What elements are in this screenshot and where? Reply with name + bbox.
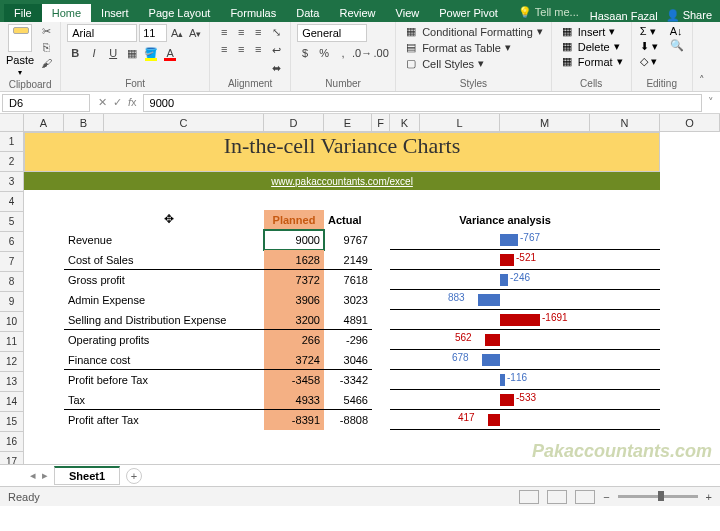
row-header[interactable]: 5: [0, 212, 23, 232]
row-header[interactable]: 11: [0, 332, 23, 352]
shrink-font-icon[interactable]: A▾: [187, 25, 203, 41]
formula-bar[interactable]: 9000: [143, 94, 702, 112]
cell[interactable]: Operating profits: [64, 330, 264, 350]
col-header[interactable]: E: [324, 114, 372, 131]
autosum-button[interactable]: Σ ▾: [638, 24, 660, 39]
cell[interactable]: Admin Expense: [64, 290, 264, 310]
cell[interactable]: Planned: [264, 210, 324, 230]
align-right-icon[interactable]: ≡: [250, 41, 266, 57]
row-header[interactable]: 13: [0, 372, 23, 392]
tab-insert[interactable]: Insert: [91, 4, 139, 22]
font-color-button[interactable]: A: [162, 45, 178, 61]
cell[interactable]: 9000: [264, 230, 324, 250]
cut-icon[interactable]: ✂: [38, 24, 54, 38]
font-size-select[interactable]: 11: [139, 24, 167, 42]
cell[interactable]: 3724: [264, 350, 324, 370]
row-header[interactable]: 15: [0, 412, 23, 432]
sheet-tab-sheet1[interactable]: Sheet1: [54, 466, 120, 485]
format-cells-button[interactable]: ▦Format ▾: [558, 54, 625, 69]
fill-color-button[interactable]: 🪣: [143, 45, 159, 61]
cell[interactable]: Variance analysis: [420, 210, 590, 230]
cell[interactable]: -3458: [264, 370, 324, 390]
zoom-out-button[interactable]: −: [603, 491, 609, 503]
subtitle-link[interactable]: www.pakaccountants.com/excel: [24, 172, 660, 190]
format-painter-icon[interactable]: 🖌: [38, 56, 54, 70]
align-middle-icon[interactable]: ≡: [233, 24, 249, 40]
wrap-text-icon[interactable]: ↩: [268, 42, 284, 58]
cell[interactable]: Profit before Tax: [64, 370, 264, 390]
cell[interactable]: -8808: [324, 410, 372, 430]
decrease-decimal-icon[interactable]: .00: [373, 45, 389, 61]
tab-file[interactable]: File: [4, 4, 42, 22]
cell[interactable]: 9767: [324, 230, 372, 250]
cell[interactable]: Tax: [64, 390, 264, 410]
row-header[interactable]: 3: [0, 172, 23, 192]
cell[interactable]: Actual: [324, 210, 372, 230]
tab-data[interactable]: Data: [286, 4, 329, 22]
next-sheet-icon[interactable]: ▸: [42, 469, 48, 482]
number-format-select[interactable]: General: [297, 24, 367, 42]
worksheet-grid[interactable]: ABCDEFKLMNOP 123456789101112131415161718…: [0, 114, 720, 464]
tab-power-pivot[interactable]: Power Pivot: [429, 4, 508, 22]
align-left-icon[interactable]: ≡: [216, 41, 232, 57]
col-header[interactable]: M: [500, 114, 590, 131]
variance-cell[interactable]: 562: [390, 330, 660, 350]
col-header[interactable]: N: [590, 114, 660, 131]
cell[interactable]: 7618: [324, 270, 372, 290]
zoom-in-button[interactable]: +: [706, 491, 712, 503]
prev-sheet-icon[interactable]: ◂: [30, 469, 36, 482]
cell[interactable]: 4891: [324, 310, 372, 330]
row-header[interactable]: 1: [0, 132, 23, 152]
col-header[interactable]: B: [64, 114, 104, 131]
row-header[interactable]: 16: [0, 432, 23, 452]
font-family-select[interactable]: Arial: [67, 24, 137, 42]
name-box[interactable]: D6: [2, 94, 90, 112]
user-name[interactable]: Hasaan Fazal: [590, 10, 658, 22]
row-header[interactable]: 17: [0, 452, 23, 464]
align-top-icon[interactable]: ≡: [216, 24, 232, 40]
col-header[interactable]: L: [420, 114, 500, 131]
col-header[interactable]: O: [660, 114, 720, 131]
cell[interactable]: 4933: [264, 390, 324, 410]
cell[interactable]: Gross profit: [64, 270, 264, 290]
row-header[interactable]: 7: [0, 252, 23, 272]
borders-button[interactable]: ▦: [124, 45, 140, 61]
row-header[interactable]: 12: [0, 352, 23, 372]
variance-cell[interactable]: 883: [390, 290, 660, 310]
cell-styles-button[interactable]: ▢Cell Styles ▾: [402, 56, 545, 71]
zoom-slider[interactable]: [618, 495, 698, 498]
select-all-corner[interactable]: [0, 114, 24, 132]
col-header[interactable]: A: [24, 114, 64, 131]
tab-page-layout[interactable]: Page Layout: [139, 4, 221, 22]
cell[interactable]: Profit after Tax: [64, 410, 264, 430]
row-header[interactable]: 2: [0, 152, 23, 172]
delete-cells-button[interactable]: ▦Delete ▾: [558, 39, 625, 54]
cell[interactable]: 1628: [264, 250, 324, 270]
cell[interactable]: 3906: [264, 290, 324, 310]
share-button[interactable]: 👤 Share: [666, 9, 712, 22]
sort-filter-button[interactable]: A↓: [668, 24, 686, 38]
col-header[interactable]: F: [372, 114, 390, 131]
orientation-icon[interactable]: ⤡: [268, 24, 284, 40]
grow-font-icon[interactable]: A▴: [169, 25, 185, 41]
variance-cell[interactable]: 678: [390, 350, 660, 370]
row-header[interactable]: 10: [0, 312, 23, 332]
col-header[interactable]: D: [264, 114, 324, 131]
tab-review[interactable]: Review: [329, 4, 385, 22]
row-header[interactable]: 8: [0, 272, 23, 292]
normal-view-button[interactable]: [519, 490, 539, 504]
variance-cell[interactable]: -521: [390, 250, 660, 270]
cell[interactable]: Finance cost: [64, 350, 264, 370]
percent-format-icon[interactable]: %: [316, 45, 332, 61]
collapse-ribbon-icon[interactable]: ˄: [693, 22, 711, 91]
italic-button[interactable]: I: [86, 45, 102, 61]
row-header[interactable]: 14: [0, 392, 23, 412]
cell[interactable]: -296: [324, 330, 372, 350]
underline-button[interactable]: U: [105, 45, 121, 61]
format-as-table-button[interactable]: ▤Format as Table ▾: [402, 40, 545, 55]
tab-tell-me[interactable]: 💡 Tell me...: [508, 3, 589, 22]
variance-cell[interactable]: -533: [390, 390, 660, 410]
comma-format-icon[interactable]: ,: [335, 45, 351, 61]
cell[interactable]: 5466: [324, 390, 372, 410]
variance-cell[interactable]: -246: [390, 270, 660, 290]
